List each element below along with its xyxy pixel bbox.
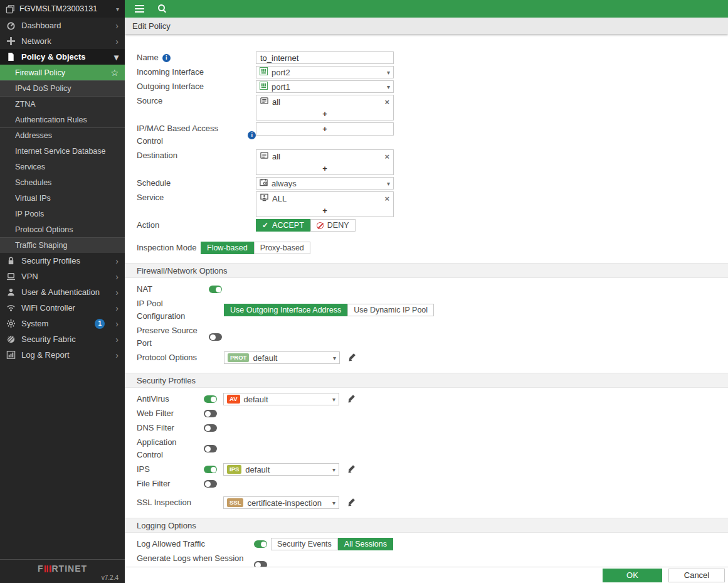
sidebar-item-schedules[interactable]: Schedules — [0, 174, 125, 190]
antivirus-toggle[interactable] — [204, 395, 217, 403]
add-ipmac-button[interactable]: + — [256, 123, 393, 135]
source-entry-all[interactable]: all × — [256, 95, 393, 108]
accept-button[interactable]: ✓ ACCEPT — [256, 219, 310, 232]
entry-label: ALL — [272, 194, 287, 203]
selected-value: port2 — [272, 68, 290, 77]
ssl-inspection-select[interactable]: SSL certificate-inspection ▾ — [223, 496, 339, 509]
dns-filter-toggle[interactable] — [204, 424, 217, 432]
source-entry-box: all × + — [256, 95, 394, 120]
cancel-button[interactable]: Cancel — [668, 569, 725, 582]
destination-entry-all[interactable]: all × — [256, 150, 393, 163]
flow-based-button[interactable]: Flow-based — [201, 242, 254, 254]
sidebar-item-firewall-policy[interactable]: Firewall Policy ☆ — [0, 65, 125, 80]
antivirus-select[interactable]: AV default ▾ — [223, 393, 339, 405]
info-icon[interactable]: i — [248, 131, 256, 139]
edit-pencil-icon[interactable] — [347, 465, 356, 474]
button-label: Use Dynamic IP Pool — [354, 306, 428, 314]
service-entry-all[interactable]: ALL × — [256, 192, 393, 205]
sidebar-item-security-profiles[interactable]: Security Profiles › — [0, 253, 125, 269]
incoming-interface-select[interactable]: port2 ▾ — [256, 66, 394, 78]
edit-pencil-icon[interactable] — [347, 395, 356, 404]
proxy-based-button[interactable]: Proxy-based — [254, 242, 310, 254]
deny-button[interactable]: DENY — [310, 219, 356, 232]
field-ip-pool-configuration: IP Pool Configuration Use Outgoing Inter… — [137, 297, 728, 323]
sidebar-item-label: Virtual IPs — [15, 194, 51, 203]
selected-value: default — [244, 395, 268, 404]
remove-icon[interactable]: × — [384, 195, 389, 203]
label-text: Generate Logs when Session Starts — [137, 552, 254, 567]
sidebar-item-user-authentication[interactable]: User & Authentication › — [0, 284, 125, 300]
hamburger-menu-icon[interactable] — [135, 5, 144, 6]
protocol-options-select[interactable]: PROT default ▾ — [224, 351, 340, 364]
edit-policy-form: Name i Incoming Interface port2 ▾ Outgoi… — [125, 34, 728, 567]
preserve-source-port-toggle[interactable] — [209, 333, 222, 341]
label-text: DNS Filter — [137, 422, 174, 434]
field-incoming-interface: Incoming Interface port2 ▾ — [137, 66, 728, 78]
sidebar-item-vpn[interactable]: VPN › — [0, 269, 125, 284]
sidebar-item-internet-service-database[interactable]: Internet Service Database — [0, 143, 125, 159]
sidebar-item-policy-objects[interactable]: Policy & Objects ▾ — [0, 49, 125, 65]
sidebar-item-log-report[interactable]: Log & Report › — [0, 347, 125, 363]
ips-toggle[interactable] — [204, 466, 217, 473]
sidebar-item-ztna[interactable]: ZTNA — [0, 96, 125, 112]
sidebar-item-label: Internet Service Database — [15, 147, 106, 156]
schedule-select[interactable]: always ▾ — [256, 177, 394, 190]
use-dynamic-ip-pool-button[interactable]: Use Dynamic IP Pool — [347, 304, 434, 316]
sidebar-item-security-fabric[interactable]: Security Fabric › — [0, 331, 125, 347]
add-destination-button[interactable]: + — [256, 163, 393, 174]
label-text: Schedule — [137, 177, 171, 190]
use-outgoing-interface-address-button[interactable]: Use Outgoing Interface Address — [224, 304, 347, 316]
ips-select[interactable]: IPS default ▾ — [223, 463, 339, 476]
label-text: Web Filter — [137, 407, 174, 420]
sidebar-item-authentication-rules[interactable]: Authentication Rules — [0, 112, 125, 127]
security-fabric-icon — [6, 334, 16, 344]
label-text: Destination — [137, 149, 177, 162]
sidebar-item-ipv4-dos-policy[interactable]: IPv4 DoS Policy — [0, 80, 125, 96]
all-sessions-button[interactable]: All Sessions — [338, 538, 393, 550]
search-icon[interactable] — [158, 4, 167, 13]
log-allowed-traffic-toggle[interactable] — [254, 540, 267, 548]
section-security-profiles: Security Profiles — [125, 373, 728, 388]
edit-pencil-icon[interactable] — [347, 498, 356, 507]
remove-icon[interactable]: × — [384, 152, 389, 161]
sidebar-item-network[interactable]: Network › — [0, 33, 125, 49]
sidebar-item-virtual-ips[interactable]: Virtual IPs — [0, 190, 125, 206]
sidebar-item-ip-pools[interactable]: IP Pools — [0, 206, 125, 222]
application-control-toggle[interactable] — [204, 445, 217, 452]
name-input[interactable] — [256, 51, 394, 64]
device-selector[interactable]: FGVMSLTM23003131 ▾ — [0, 0, 125, 18]
sidebar-item-services[interactable]: Services — [0, 159, 125, 174]
ssl-inspection-label: SSL Inspection — [137, 496, 204, 509]
remove-icon[interactable]: × — [384, 98, 389, 106]
ok-button[interactable]: OK — [603, 569, 662, 582]
wifi-icon — [6, 303, 16, 313]
sidebar-item-system[interactable]: System 1 › — [0, 316, 125, 331]
star-icon[interactable]: ☆ — [110, 68, 119, 78]
button-label: Flow-based — [207, 243, 248, 252]
nat-toggle[interactable] — [209, 286, 222, 293]
label-text: Name — [137, 51, 159, 64]
file-filter-toggle[interactable] — [204, 480, 217, 488]
label-text: Incoming Interface — [137, 66, 204, 78]
chevron-down-icon: ▾ — [332, 466, 335, 473]
outgoing-interface-select[interactable]: port1 ▾ — [256, 80, 394, 93]
incoming-interface-label: Incoming Interface — [137, 66, 256, 78]
breadcrumb: Edit Policy — [125, 18, 728, 34]
label-text: Application Control — [137, 436, 204, 461]
generate-logs-toggle[interactable] — [254, 561, 267, 567]
add-source-button[interactable]: + — [256, 108, 393, 120]
sidebar-item-protocol-options[interactable]: Protocol Options — [0, 222, 125, 237]
add-service-button[interactable]: + — [256, 205, 393, 217]
chevron-down-icon: ▾ — [387, 83, 390, 90]
sidebar-item-wifi-controller[interactable]: WiFi Controller › — [0, 300, 125, 316]
sidebar-item-addresses[interactable]: Addresses — [0, 127, 125, 143]
edit-pencil-icon[interactable] — [347, 353, 356, 362]
sidebar-item-label: IPv4 DoS Policy — [15, 84, 71, 93]
security-events-button[interactable]: Security Events — [271, 538, 338, 550]
sidebar-item-dashboard[interactable]: Dashboard › — [0, 18, 125, 33]
web-filter-toggle[interactable] — [204, 410, 217, 417]
sidebar-item-traffic-shaping[interactable]: Traffic Shaping — [0, 237, 125, 253]
sidebar-item-label: Protocol Options — [15, 225, 73, 234]
info-icon[interactable]: i — [162, 54, 171, 62]
field-outgoing-interface: Outgoing Interface port1 ▾ — [137, 80, 728, 93]
